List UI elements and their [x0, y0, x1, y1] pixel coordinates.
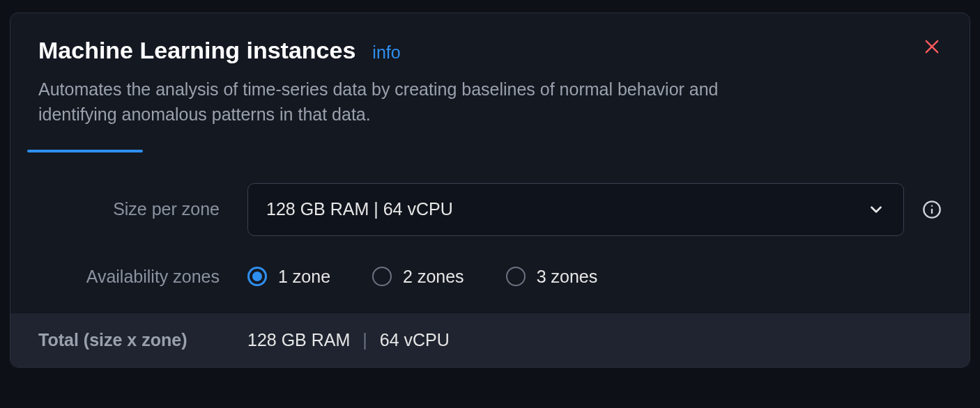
- zone-option-1[interactable]: 1 zone: [247, 267, 330, 287]
- card-header: Machine Learning instances info Automate…: [10, 13, 970, 134]
- zone-option-3[interactable]: 3 zones: [506, 267, 598, 287]
- size-select-value: 128 GB RAM | 64 vCPU: [266, 199, 453, 219]
- total-label: Total (size x zone): [38, 330, 247, 350]
- radio-icon: [372, 267, 392, 286]
- close-icon: [922, 37, 942, 56]
- availability-zones-row: Availability zones 1 zone 2 zones 3 zone…: [38, 267, 942, 287]
- svg-point-4: [931, 205, 933, 206]
- radio-icon: [506, 267, 526, 286]
- form-area: Size per zone 128 GB RAM | 64 vCPU Avail…: [10, 152, 970, 313]
- close-button[interactable]: [922, 37, 942, 56]
- total-bar: Total (size x zone) 128 GB RAM | 64 vCPU: [10, 313, 970, 367]
- size-per-zone-label: Size per zone: [38, 199, 247, 219]
- total-cpu: 64 vCPU: [380, 330, 450, 350]
- chevron-down-icon: [867, 201, 885, 219]
- availability-zones-label: Availability zones: [38, 267, 247, 287]
- card-title: Machine Learning instances: [38, 37, 355, 64]
- title-row: Machine Learning instances info: [38, 37, 942, 64]
- zone-option-1-label: 1 zone: [278, 267, 330, 287]
- ml-instances-card: Machine Learning instances info Automate…: [10, 13, 970, 368]
- size-per-zone-select[interactable]: 128 GB RAM | 64 vCPU: [247, 183, 904, 236]
- radio-dot-icon: [252, 272, 262, 281]
- zone-option-2-label: 2 zones: [403, 267, 464, 287]
- total-value: 128 GB RAM | 64 vCPU: [247, 330, 450, 350]
- info-link[interactable]: info: [372, 42, 400, 63]
- availability-zones-radio-group: 1 zone 2 zones 3 zones: [247, 267, 597, 287]
- separator-icon: |: [362, 330, 367, 350]
- info-icon[interactable]: [922, 200, 942, 219]
- zone-option-3-label: 3 zones: [537, 267, 598, 287]
- size-select-wrap: 128 GB RAM | 64 vCPU: [247, 183, 942, 236]
- total-ram: 128 GB RAM: [247, 330, 350, 350]
- card-description: Automates the analysis of time-series da…: [38, 77, 770, 127]
- radio-icon: [247, 267, 267, 286]
- size-per-zone-row: Size per zone 128 GB RAM | 64 vCPU: [38, 183, 942, 236]
- zone-option-2[interactable]: 2 zones: [372, 267, 464, 287]
